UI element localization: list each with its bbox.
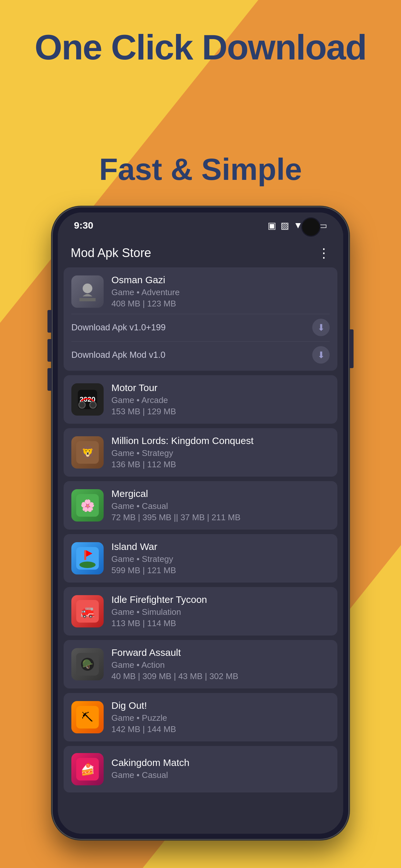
app-item-main: 🦁 Million Lords: Kingdom Conquest Game •… (71, 435, 330, 469)
app-item-main: 🪖 Forward Assault Game • Action 40 MB | … (71, 647, 330, 681)
app-category: Game • Action (112, 660, 330, 670)
app-category: Game • Arcade (112, 395, 330, 405)
app-icon-assault: 🪖 (71, 648, 104, 680)
svg-text:🌸: 🌸 (81, 499, 95, 513)
app-item-main: 2020 Motor Tour Game • Arcade 153 MB | 1… (71, 382, 330, 416)
menu-button[interactable]: ⋮ (317, 245, 330, 260)
app-name: Motor Tour (112, 382, 330, 393)
app-category: Game • Casual (112, 501, 330, 511)
app-bar-title: Mod Apk Store (71, 246, 151, 260)
app-item-main: 🍰 Cakingdom Match Game • Casual (71, 753, 330, 785)
app-info-lords: Million Lords: Kingdom Conquest Game • S… (112, 435, 330, 469)
app-icon-lords: 🦁 (71, 436, 104, 469)
app-info-island: Island War Game • Strategy 599 MB | 121 … (112, 541, 330, 576)
wallet-icon: ▨ (281, 220, 289, 231)
app-item-main: Island War Game • Strategy 599 MB | 121 … (71, 541, 330, 576)
download-label-1: Download Apk v1.0+199 (71, 322, 166, 333)
download-button-2[interactable]: ⬇ (312, 346, 330, 364)
list-item: 🍰 Cakingdom Match Game • Casual (64, 746, 337, 793)
app-bar: Mod Apk Store ⋮ (58, 238, 343, 268)
app-icon-mergical: 🌸 (71, 489, 104, 522)
app-icon-cakingdom: 🍰 (71, 753, 104, 785)
app-name: Dig Out! (112, 700, 330, 711)
list-item: 🪖 Forward Assault Game • Action 40 MB | … (64, 640, 337, 688)
svg-text:⛏: ⛏ (82, 711, 93, 724)
download-row-2: Download Apk Mod v1.0 ⬇ (71, 341, 330, 364)
phone-outer: 9:30 ▣ ▨ ▼ ◀ ▭ Mod Apk Store ⋮ (52, 207, 349, 840)
app-category: Game • Strategy (112, 448, 330, 458)
list-item: 🦁 Million Lords: Kingdom Conquest Game •… (64, 428, 337, 476)
app-info-osman: Osman Gazi Game • Adventure 408 MB | 123… (112, 275, 330, 309)
download-label-2: Download Apk Mod v1.0 (71, 350, 165, 360)
app-name: Forward Assault (112, 647, 330, 658)
sim-icon: ▣ (268, 220, 276, 231)
app-item-main: Osman Gazi Game • Adventure 408 MB | 123… (71, 275, 330, 309)
app-list: Osman Gazi Game • Adventure 408 MB | 123… (58, 268, 343, 793)
status-time: 9:30 (74, 220, 93, 231)
phone-mockup: 9:30 ▣ ▨ ▼ ◀ ▭ Mod Apk Store ⋮ (52, 207, 349, 840)
svg-text:🚒: 🚒 (81, 604, 95, 618)
list-item: ⛏ Dig Out! Game • Puzzle 142 MB | 144 MB (64, 693, 337, 741)
status-bar: 9:30 ▣ ▨ ▼ ◀ ▭ (58, 213, 343, 238)
app-info-cakingdom: Cakingdom Match Game • Casual (112, 757, 330, 781)
app-category: Game • Casual (112, 770, 330, 780)
app-name: Cakingdom Match (112, 757, 330, 768)
svg-point-0 (83, 283, 92, 293)
app-item-main: ⛏ Dig Out! Game • Puzzle 142 MB | 144 MB (71, 700, 330, 734)
app-icon-island (71, 542, 104, 575)
app-name: Million Lords: Kingdom Conquest (112, 435, 330, 446)
list-item: Osman Gazi Game • Adventure 408 MB | 123… (64, 268, 337, 371)
app-info-assault: Forward Assault Game • Action 40 MB | 30… (112, 647, 330, 681)
app-info-motor: Motor Tour Game • Arcade 153 MB | 129 MB (112, 382, 330, 416)
svg-rect-11 (84, 550, 86, 560)
camera-punch-hole (301, 217, 320, 237)
app-name: Island War (112, 541, 330, 552)
list-item: 🚒 Idle Firefighter Tycoon Game • Simulat… (64, 587, 337, 636)
svg-point-5 (90, 402, 96, 408)
app-info-mergical: Mergical Game • Casual 72 MB | 395 MB ||… (112, 488, 330, 523)
list-item: 2020 Motor Tour Game • Arcade 153 MB | 1… (64, 375, 337, 424)
app-item-main: 🚒 Idle Firefighter Tycoon Game • Simulat… (71, 594, 330, 628)
app-item-main: 🌸 Mergical Game • Casual 72 MB | 395 MB … (71, 488, 330, 523)
svg-point-4 (79, 402, 85, 408)
app-name: Mergical (112, 488, 330, 499)
download-row-1: Download Apk v1.0+199 ⬇ (71, 314, 330, 336)
app-icon-digout: ⛏ (71, 701, 104, 733)
app-size: 136 MB | 112 MB (112, 460, 330, 469)
app-icon-firefighter: 🚒 (71, 595, 104, 627)
svg-point-13 (80, 562, 96, 568)
app-name: Osman Gazi (112, 275, 330, 285)
app-icon-osman (71, 275, 104, 308)
app-category: Game • Adventure (112, 287, 330, 298)
svg-text:🪖: 🪖 (82, 659, 93, 670)
app-size: 153 MB | 129 MB (112, 407, 330, 416)
app-info-firefighter: Idle Firefighter Tycoon Game • Simulatio… (112, 594, 330, 628)
download-button-1[interactable]: ⬇ (312, 319, 330, 336)
app-icon-motor: 2020 (71, 383, 104, 415)
app-size: 408 MB | 123 MB (112, 299, 330, 309)
app-category: Game • Puzzle (112, 713, 330, 723)
list-item: Island War Game • Strategy 599 MB | 121 … (64, 534, 337, 583)
app-size: 72 MB | 395 MB || 37 MB | 211 MB (112, 513, 330, 523)
app-name: Idle Firefighter Tycoon (112, 594, 330, 605)
main-title: One Click Download (0, 26, 401, 68)
svg-rect-1 (80, 298, 96, 301)
app-size: 599 MB | 121 MB (112, 565, 330, 576)
app-category: Game • Strategy (112, 554, 330, 564)
sub-title: Fast & Simple (0, 152, 401, 187)
svg-text:🦁: 🦁 (80, 445, 96, 460)
phone-screen: 9:30 ▣ ▨ ▼ ◀ ▭ Mod Apk Store ⋮ (58, 213, 343, 834)
app-info-digout: Dig Out! Game • Puzzle 142 MB | 144 MB (112, 700, 330, 734)
app-size: 142 MB | 144 MB (112, 724, 330, 734)
svg-text:🍰: 🍰 (81, 763, 95, 776)
app-category: Game • Simulation (112, 607, 330, 617)
app-size: 40 MB | 309 MB | 43 MB | 302 MB (112, 671, 330, 681)
list-item: 🌸 Mergical Game • Casual 72 MB | 395 MB … (64, 481, 337, 530)
app-size: 113 MB | 114 MB (112, 618, 330, 628)
